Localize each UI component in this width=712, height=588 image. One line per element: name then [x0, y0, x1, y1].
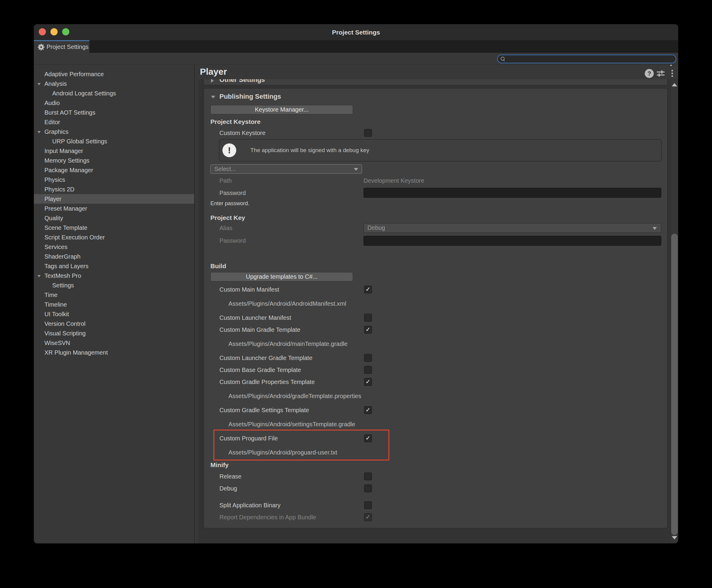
foldout-collapsed-icon: [211, 79, 214, 83]
sidebar-item-services[interactable]: Services: [34, 242, 194, 252]
sidebar-item-memory-settings[interactable]: Memory Settings: [34, 156, 194, 165]
sidebar-item-xr-plugin-management[interactable]: XR Plugin Management: [34, 348, 194, 357]
tab-project-settings[interactable]: Project Settings: [34, 40, 89, 53]
sidebar-item-urp-global-settings[interactable]: URP Global Settings: [34, 136, 194, 146]
checkbox-custom-base-gradle-template[interactable]: [364, 366, 372, 374]
sidebar-item-graphics[interactable]: Graphics: [34, 127, 194, 136]
sidebar-item-input-manager[interactable]: Input Manager: [34, 146, 194, 156]
sidebar-item-tags-and-layers[interactable]: Tags and Layers: [34, 261, 194, 271]
keystore-manager-button[interactable]: Keystore Manager...: [210, 105, 353, 114]
sidebar-item-physics[interactable]: Physics: [34, 175, 194, 185]
foldout-expanded-icon[interactable]: [37, 83, 41, 85]
sidebar-item-editor[interactable]: Editor: [34, 117, 194, 127]
sidebar-item-script-execution-order[interactable]: Script Execution Order: [34, 232, 194, 242]
publishing-settings-foldout[interactable]: Publishing Settings: [211, 92, 281, 101]
checkbox-custom-main-manifest[interactable]: ✓: [364, 286, 372, 293]
other-settings-section: Other Settings: [204, 79, 668, 85]
sidebar-item-physics-2d[interactable]: Physics 2D: [34, 185, 194, 194]
checkbox-custom-gradle-properties-template[interactable]: ✓: [364, 378, 372, 386]
sidebar-item-label: URP Global Settings: [52, 136, 107, 146]
sidebar-item-analysis[interactable]: Analysis: [34, 79, 194, 88]
sidebar-item-burst-aot-settings[interactable]: Burst AOT Settings: [34, 108, 194, 117]
scrollbar-thumb[interactable]: [671, 234, 678, 535]
sidebar-item-timeline[interactable]: Timeline: [34, 300, 194, 309]
checkbox-custom-gradle-settings-template[interactable]: ✓: [364, 406, 372, 414]
sidebar-item-label: Analysis: [44, 79, 67, 88]
template-file-path: Assets/Plugins/Android/mainTemplate.grad…: [228, 340, 348, 348]
checkbox-release[interactable]: [364, 472, 372, 480]
sidebar-item-wisesvn[interactable]: WiseSVN: [34, 338, 194, 348]
checkbox-custom-proguard-file[interactable]: ✓: [364, 435, 372, 442]
sidebar-item-label: Physics: [44, 175, 65, 185]
scrollbar-down-icon[interactable]: [672, 536, 677, 540]
sidebar-item-label: Player: [44, 194, 62, 204]
sidebar-item-version-control[interactable]: Version Control: [34, 319, 194, 329]
help-icon[interactable]: ?: [645, 69, 654, 78]
sidebar-item-package-manager[interactable]: Package Manager: [34, 165, 194, 175]
sidebar-item-adaptive-performance[interactable]: Adaptive Performance: [34, 69, 194, 79]
project-settings-window: Project Settings Project Set: [34, 24, 678, 544]
sidebar-item-label: Memory Settings: [44, 156, 89, 165]
sidebar-item-textmesh-pro[interactable]: TextMesh Pro: [34, 271, 194, 280]
sidebar-item-label: Quality: [44, 213, 63, 223]
other-settings-foldout[interactable]: Other Settings: [211, 79, 265, 84]
title-bar: Project Settings: [34, 24, 678, 40]
sidebar-item-android-logcat-settings[interactable]: Android Logcat Settings: [34, 88, 194, 98]
minify-heading: Minify: [210, 461, 229, 469]
sidebar-item-visual-scripting[interactable]: Visual Scripting: [34, 329, 194, 338]
sidebar-item-settings[interactable]: Settings: [34, 280, 194, 290]
checkbox-custom-main-gradle-template[interactable]: ✓: [364, 326, 372, 334]
setting-label-custom-gradle-settings-template: Custom Gradle Settings Template: [219, 406, 309, 414]
tab-bar: Project Settings: [34, 40, 678, 53]
setting-label-report-dependencies-in-app-bundle: Report Dependencies in App Bundle: [219, 513, 316, 521]
enter-password-hint: Enter password.: [210, 200, 249, 207]
checkbox-split-application-binary[interactable]: [364, 501, 372, 509]
search-row: [34, 53, 678, 65]
sidebar-item-ui-toolkit[interactable]: UI Toolkit: [34, 309, 194, 319]
sidebar-item-label: Scene Template: [44, 223, 87, 232]
keystore-select-dropdown[interactable]: Select...: [210, 164, 362, 174]
foldout-expanded-icon[interactable]: [37, 131, 41, 133]
sidebar-item-label: Audio: [44, 98, 60, 108]
presets-icon[interactable]: [656, 69, 665, 78]
sidebar-item-label: Visual Scripting: [44, 329, 85, 338]
keystore-password-label: Password: [219, 189, 246, 197]
checkbox-custom-keystore[interactable]: [364, 129, 372, 137]
checkbox-custom-launcher-manifest[interactable]: [364, 314, 372, 321]
sidebar-item-label: Version Control: [44, 319, 85, 329]
checkbox-report-dependencies-in-app-bundle: ✓: [364, 513, 372, 521]
checkbox-custom-launcher-gradle-template[interactable]: [364, 354, 372, 362]
template-file-path: Assets/Plugins/Android/settingsTemplate.…: [228, 420, 355, 428]
setting-label-custom-gradle-properties-template: Custom Gradle Properties Template: [219, 378, 315, 386]
settings-menu-icon[interactable]: [671, 70, 673, 71]
search-icon: [501, 57, 505, 61]
sidebar-item-audio[interactable]: Audio: [34, 98, 194, 108]
foldout-expanded-icon[interactable]: [37, 275, 41, 277]
sidebar-item-shadergraph[interactable]: ShaderGraph: [34, 252, 194, 261]
search-input[interactable]: [508, 56, 671, 63]
sidebar-item-time[interactable]: Time: [34, 290, 194, 300]
sidebar-item-scene-template[interactable]: Scene Template: [34, 223, 194, 232]
checkbox-debug[interactable]: [364, 484, 372, 492]
sidebar-item-preset-manager[interactable]: Preset Manager: [34, 204, 194, 213]
foldout-expanded-icon: [211, 96, 215, 99]
key-password-input[interactable]: [364, 236, 661, 246]
setting-label-custom-launcher-gradle-template: Custom Launcher Gradle Template: [219, 354, 312, 362]
custom-keystore-label: Custom Keystore: [219, 129, 265, 137]
scrollbar-up-icon[interactable]: [672, 83, 677, 86]
template-file-path: Assets/Plugins/Android/gradleTemplate.pr…: [228, 392, 361, 400]
tab-label: Project Settings: [46, 41, 88, 53]
sidebar-item-label: Time: [44, 290, 58, 300]
sidebar-item-quality[interactable]: Quality: [34, 213, 194, 223]
sidebar-item-label: Timeline: [44, 300, 67, 309]
sidebar-item-player[interactable]: Player: [34, 194, 194, 204]
alias-dropdown[interactable]: Debug: [364, 223, 661, 233]
upgrade-templates-button[interactable]: Upgrade templates to C#...: [210, 272, 353, 281]
search-box[interactable]: [497, 55, 676, 63]
keystore-password-input[interactable]: [364, 188, 661, 198]
sidebar-item-label: Preset Manager: [44, 204, 87, 213]
sidebar-item-label: UI Toolkit: [44, 309, 69, 319]
setting-label-custom-proguard-file: Custom Proguard File: [219, 435, 278, 442]
warning-text: The application will be signed with a de…: [250, 140, 369, 161]
alias-label: Alias: [219, 224, 232, 232]
